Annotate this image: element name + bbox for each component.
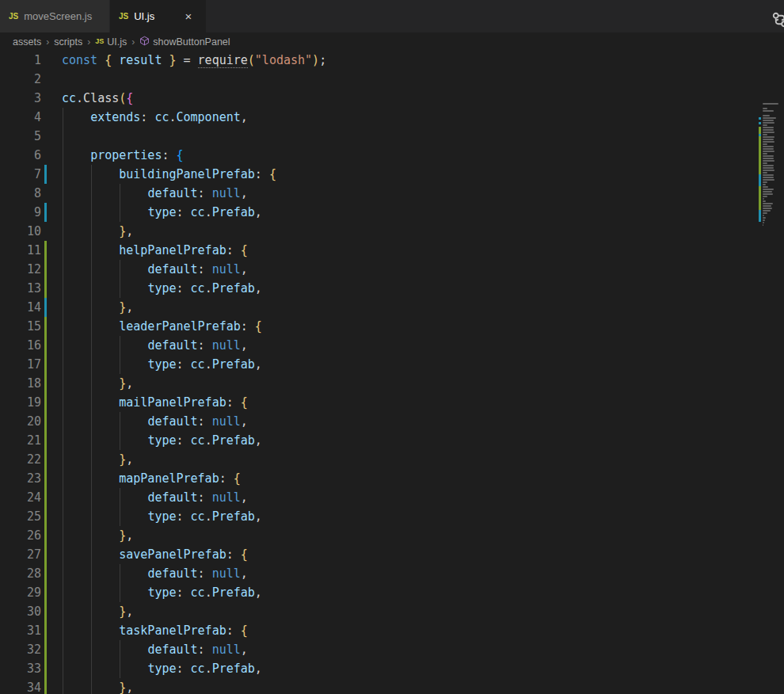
gutter-added-indicator[interactable]: [44, 659, 47, 678]
gutter-added-indicator[interactable]: [44, 564, 47, 583]
code-line[interactable]: 22 },: [0, 450, 784, 469]
gutter-added-indicator[interactable]: [44, 640, 47, 659]
code-line[interactable]: 4 extends: cc.Component,: [0, 108, 784, 127]
code-line[interactable]: 3cc.Class({: [0, 89, 784, 108]
code-line[interactable]: 5: [0, 127, 784, 146]
code-line[interactable]: 1const { result } = require("lodash");: [0, 51, 784, 70]
code-line[interactable]: 24 default: null,: [0, 488, 784, 507]
code-text: helpPanelPrefab: {: [62, 241, 784, 260]
indent-guide: [63, 336, 63, 355]
code-line[interactable]: 11 helpPanelPrefab: {: [0, 241, 784, 260]
gutter-added-indicator[interactable]: [44, 317, 47, 336]
code-line[interactable]: 15 leaderPanelPrefab: {: [0, 317, 784, 336]
close-icon[interactable]: ×: [181, 9, 196, 25]
code-line[interactable]: 13 type: cc.Prefab,: [0, 279, 784, 298]
minimap-line: [763, 139, 774, 140]
code-line[interactable]: 23 mapPanelPrefab: {: [0, 469, 784, 488]
code-editor[interactable]: 1const { result } = require("lodash");23…: [0, 51, 784, 694]
indent-guide: [91, 412, 92, 431]
code-line[interactable]: 32 default: null,: [0, 640, 784, 659]
minimap-line: [763, 122, 774, 124]
gutter-added-indicator[interactable]: [44, 621, 47, 640]
indent-guide: [91, 260, 92, 279]
code-text: cc.Class({: [62, 89, 784, 108]
gutter-added-indicator[interactable]: [44, 279, 47, 298]
line-number: 5: [0, 127, 41, 146]
breadcrumb-item-scripts[interactable]: scripts: [54, 36, 82, 48]
minimap-line: [763, 191, 772, 193]
tab-label: UI.js: [134, 10, 154, 22]
gutter-added-indicator[interactable]: [44, 526, 47, 545]
indent-guide: [63, 108, 63, 127]
code-line[interactable]: 27 savePanelPrefab: {: [0, 545, 784, 564]
breadcrumb-item-file[interactable]: JS UI.js: [95, 36, 127, 48]
code-line[interactable]: 17 type: cc.Prefab,: [0, 355, 784, 374]
line-number: 8: [0, 184, 41, 203]
code-line[interactable]: 25 type: cc.Prefab,: [0, 507, 784, 526]
indent-guide: [91, 165, 92, 184]
code-line[interactable]: 28 default: null,: [0, 564, 784, 583]
code-line[interactable]: 29 type: cc.Prefab,: [0, 583, 784, 602]
line-number: 1: [0, 51, 41, 70]
gutter-added-indicator[interactable]: [44, 602, 47, 621]
code-line[interactable]: 31 taskPanelPrefab: {: [0, 621, 784, 640]
gutter-added-indicator[interactable]: [44, 488, 47, 507]
code-text: type: cc.Prefab,: [62, 507, 784, 526]
code-line[interactable]: 18 },: [0, 374, 784, 393]
gutter-added-indicator[interactable]: [44, 393, 47, 412]
code-text: [62, 127, 784, 146]
indent-guide: [120, 279, 120, 298]
gutter-modified-indicator[interactable]: [44, 298, 47, 317]
gutter-added-indicator[interactable]: [44, 412, 47, 431]
indent-guide: [91, 545, 92, 564]
gutter-added-indicator[interactable]: [44, 336, 47, 355]
breadcrumb-item-assets[interactable]: assets: [13, 36, 41, 48]
code-line[interactable]: 30 },: [0, 602, 784, 621]
code-line[interactable]: 19 mailPanelPrefab: {: [0, 393, 784, 412]
gutter-modified-indicator[interactable]: [44, 203, 47, 222]
code-line[interactable]: 26 },: [0, 526, 784, 545]
code-line[interactable]: 9 type: cc.Prefab,: [0, 203, 784, 222]
indent-guide: [91, 355, 92, 374]
minimap-line: [763, 124, 767, 126]
tab-movescreen-js[interactable]: JS moveScreen.js: [0, 0, 110, 32]
code-line[interactable]: 14 },: [0, 298, 784, 317]
breadcrumb-item-symbol[interactable]: showButtonPanel: [139, 36, 230, 48]
compare-changes-icon[interactable]: [771, 18, 784, 32]
gutter-added-indicator[interactable]: [44, 450, 47, 469]
code-line[interactable]: 10 },: [0, 222, 784, 241]
minimap-line: [763, 210, 771, 212]
gutter-added-indicator[interactable]: [44, 469, 47, 488]
line-number: 13: [0, 279, 41, 298]
gutter-added-indicator[interactable]: [44, 355, 47, 374]
gutter-added-indicator[interactable]: [44, 678, 47, 694]
gutter-added-indicator[interactable]: [44, 260, 47, 279]
line-number: 10: [0, 222, 41, 241]
code-line[interactable]: 34 },: [0, 678, 784, 694]
indent-guide: [63, 317, 63, 336]
gutter-added-indicator[interactable]: [44, 583, 47, 602]
indent-guide: [91, 203, 92, 222]
code-line[interactable]: 16 default: null,: [0, 336, 784, 355]
gutter-added-indicator[interactable]: [44, 507, 47, 526]
code-line[interactable]: 8 default: null,: [0, 184, 784, 203]
code-line[interactable]: 6 properties: {: [0, 146, 784, 165]
code-line[interactable]: 20 default: null,: [0, 412, 784, 431]
tab-ui-js[interactable]: JS UI.js ×: [110, 0, 207, 32]
code-line[interactable]: 33 type: cc.Prefab,: [0, 659, 784, 678]
gutter-added-indicator[interactable]: [44, 431, 47, 450]
indent-guide: [91, 222, 92, 241]
minimap-added-mark: [759, 186, 761, 210]
code-line[interactable]: 2: [0, 70, 784, 89]
gutter-added-indicator[interactable]: [44, 374, 47, 393]
code-line[interactable]: 7 buildingPanelPrefab: {: [0, 165, 784, 184]
code-line[interactable]: 12 default: null,: [0, 260, 784, 279]
code-text: },: [62, 678, 784, 694]
indent-guide: [63, 602, 63, 621]
gutter-added-indicator[interactable]: [44, 241, 47, 260]
gutter-added-indicator[interactable]: [44, 545, 47, 564]
code-line[interactable]: 21 type: cc.Prefab,: [0, 431, 784, 450]
minimap-line: [763, 222, 764, 223]
gutter-modified-indicator[interactable]: [44, 165, 47, 184]
minimap[interactable]: [759, 103, 784, 694]
